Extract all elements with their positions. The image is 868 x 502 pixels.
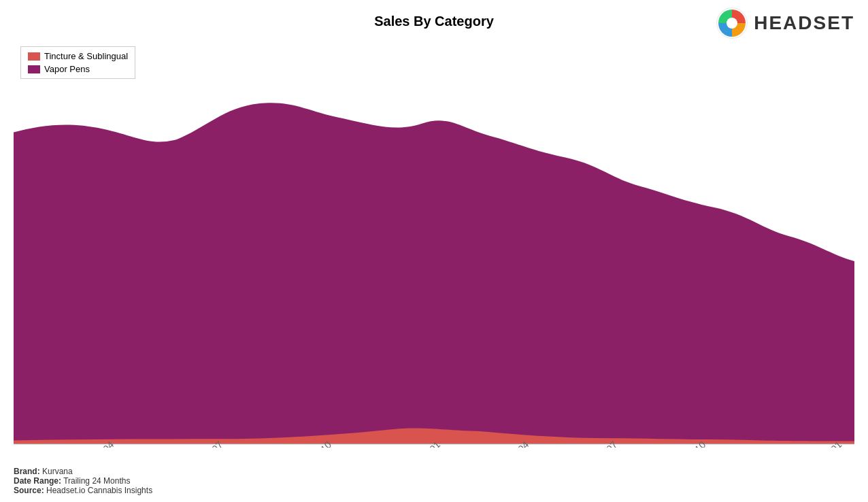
legend-label-tincture: Tincture & Sublingual bbox=[44, 51, 128, 61]
date-range-value: Trailing 24 Months bbox=[63, 476, 130, 486]
vapor-pens-area bbox=[14, 103, 854, 444]
brand-value: Kurvana bbox=[42, 467, 73, 476]
legend-color-tincture bbox=[28, 52, 40, 61]
footer-date-range: Date Range: Trailing 24 Months bbox=[14, 476, 152, 486]
logo-text: HEADSET bbox=[754, 12, 854, 34]
source-label: Source: bbox=[14, 486, 44, 495]
legend-item-tincture: Tincture & Sublingual bbox=[28, 51, 128, 61]
chart-container: Sales By Category HEADSET Tincture & Sub… bbox=[0, 0, 868, 502]
footer-info: Brand: Kurvana Date Range: Trailing 24 M… bbox=[14, 467, 152, 495]
legend-color-vapor bbox=[28, 65, 40, 73]
source-value: Headset.io Cannabis Insights bbox=[46, 486, 152, 495]
chart-legend: Tincture & Sublingual Vapor Pens bbox=[20, 46, 135, 79]
svg-point-1 bbox=[727, 18, 737, 29]
footer-source: Source: Headset.io Cannabis Insights bbox=[14, 486, 152, 495]
chart-svg-area: 2023-04 2023-07 2023-10 2024-01 2024-04 … bbox=[14, 46, 854, 448]
area-chart-svg: 2023-04 2023-07 2023-10 2024-01 2024-04 … bbox=[14, 46, 854, 448]
brand-label: Brand: bbox=[14, 467, 40, 476]
headset-logo-icon bbox=[716, 7, 748, 39]
legend-label-vapor: Vapor Pens bbox=[44, 64, 90, 74]
date-range-label: Date Range: bbox=[14, 476, 61, 486]
legend-item-vapor: Vapor Pens bbox=[28, 64, 128, 74]
footer-brand: Brand: Kurvana bbox=[14, 467, 152, 476]
logo-area: HEADSET bbox=[716, 7, 854, 39]
